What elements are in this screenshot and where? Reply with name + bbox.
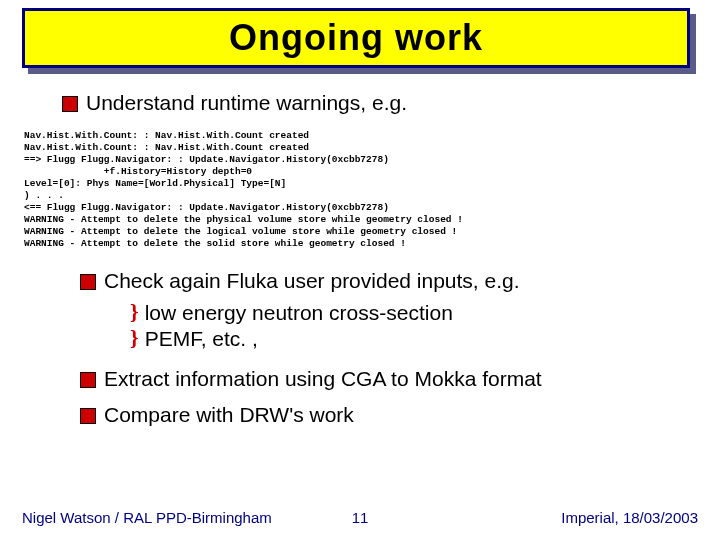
bullet-2a-text: low energy neutron cross-section (145, 300, 453, 326)
footer: Nigel Watson / RAL PPD-Birmingham 11 Imp… (22, 509, 698, 526)
bullet-2b-text: PEMF, etc. , (145, 326, 258, 352)
brace-bullet-icon: } (130, 326, 139, 350)
slide-content: Understand runtime warnings, e.g. Nav.Hi… (22, 80, 698, 434)
title-box: Ongoing work (22, 8, 690, 68)
code-block: Nav.Hist.With.Count: : Nav.Hist.With.Cou… (24, 130, 698, 250)
square-bullet-icon (62, 96, 78, 112)
footer-author: Nigel Watson / RAL PPD-Birmingham (22, 509, 272, 526)
bullet-4-text: Compare with DRW's work (104, 402, 354, 428)
brace-bullet-icon: } (130, 300, 139, 324)
bullet-3-text: Extract information using CGA to Mokka f… (104, 366, 542, 392)
slide-title: Ongoing work (229, 17, 483, 59)
square-bullet-icon (80, 274, 96, 290)
bullet-2-text: Check again Fluka user provided inputs, … (104, 268, 520, 294)
square-bullet-icon (80, 408, 96, 424)
bullet-1-text: Understand runtime warnings, e.g. (86, 90, 407, 116)
bullet-2a: } low energy neutron cross-section (130, 300, 698, 326)
bullet-2: Check again Fluka user provided inputs, … (80, 268, 698, 294)
square-bullet-icon (80, 372, 96, 388)
bullet-3: Extract information using CGA to Mokka f… (80, 366, 698, 392)
bullet-1: Understand runtime warnings, e.g. (62, 90, 698, 116)
bullet-2b: } PEMF, etc. , (130, 326, 698, 352)
footer-venue-date: Imperial, 18/03/2003 (561, 509, 698, 526)
bullet-4: Compare with DRW's work (80, 402, 698, 428)
